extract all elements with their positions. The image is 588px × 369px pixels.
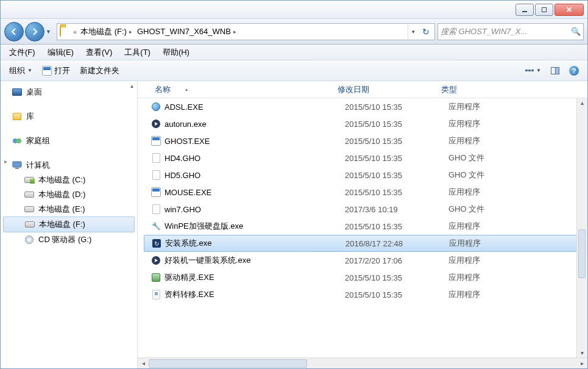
column-name[interactable]: 名称 ▴ (150, 82, 333, 98)
file-date: 2017/2/20 17:06 (345, 256, 448, 265)
file-row[interactable]: autorun.exe2015/5/10 15:35应用程序 (138, 115, 587, 132)
file-row[interactable]: 🔧WinPE加强硬盘版.exe2015/5/10 15:35应用程序 (138, 218, 587, 235)
tree-drive-g[interactable]: CD 驱动器 (G:) (1, 232, 137, 247)
menu-file[interactable]: 文件(F) (3, 45, 41, 60)
forward-button[interactable] (25, 22, 44, 41)
homegroup-icon (12, 136, 23, 146)
file-type: 应用程序 (448, 255, 522, 266)
menu-help[interactable]: 帮助(H) (157, 45, 196, 60)
file-row[interactable]: 驱动精灵.EXE2015/5/10 15:35应用程序 (138, 269, 587, 286)
file-row[interactable]: GHOST.EXE2015/5/10 15:35应用程序 (138, 132, 587, 149)
minimize-icon (522, 11, 527, 12)
search-input[interactable]: 搜索 GHOST_WIN7_X... 🔍 (437, 23, 584, 40)
menu-bar: 文件(F) 编辑(E) 查看(V) 工具(T) 帮助(H) (1, 45, 587, 60)
file-type: GHO 文件 (448, 170, 522, 181)
breadcrumb-prefix: « (73, 28, 77, 35)
breadcrumb-right: ▾ ↻ (408, 25, 434, 38)
tree-libraries[interactable]: 库 (1, 109, 137, 124)
file-type-icon (150, 152, 162, 163)
file-row[interactable]: HD4.GHO2015/5/10 15:35GHO 文件 (138, 149, 587, 167)
file-name: WinPE加强硬盘版.exe (165, 221, 345, 232)
tree-drive-c[interactable]: 本地磁盘 (C:) (1, 173, 137, 187)
file-row[interactable]: ↻安装系统.exe2016/8/17 22:48应用程序 (144, 235, 584, 252)
file-type-icon (150, 289, 162, 300)
file-name: MOUSE.EXE (165, 188, 345, 197)
file-date: 2015/5/10 15:35 (345, 188, 448, 197)
tree-drive-f[interactable]: 本地磁盘 (F:) (3, 217, 135, 232)
tree-desktop[interactable]: 桌面 (1, 85, 137, 99)
file-type: GHO 文件 (448, 152, 522, 163)
breadcrumb-seg-drive[interactable]: 本地磁盘 (F:)▸ (79, 25, 136, 38)
close-icon: ✕ (566, 5, 572, 14)
file-type: 应用程序 (448, 272, 522, 283)
search-icon[interactable]: 🔍 (571, 27, 581, 36)
file-list: ADSL.EXE2015/5/10 15:35应用程序autorun.exe20… (138, 98, 587, 357)
command-bar: 组织 ▼ 打开 新建文件夹 ▼ ? (1, 60, 587, 81)
file-name: HD4.GHO (165, 154, 345, 163)
scrollbar-thumb[interactable] (578, 229, 586, 278)
tree-drive-e[interactable]: 本地磁盘 (E:) (1, 202, 137, 217)
minimize-button[interactable] (515, 4, 534, 16)
scroll-up-icon[interactable]: ▴ (579, 98, 585, 107)
organize-button[interactable]: 组织 ▼ (4, 63, 37, 79)
file-row[interactable]: HD5.GHO2015/5/10 15:35GHO 文件 (138, 167, 587, 184)
navigation-bar: ▼ « 本地磁盘 (F:)▸ GHOST_WIN7_X64_WNB▸ ▾ ↻ 搜… (1, 19, 587, 45)
refresh-button[interactable]: ↻ (419, 27, 433, 37)
new-folder-button[interactable]: 新建文件夹 (75, 63, 124, 79)
tree-computer[interactable]: 计算机 (1, 158, 137, 173)
file-type: 应用程序 (448, 187, 522, 198)
file-row[interactable]: 资料转移.EXE2015/5/10 15:35应用程序 (138, 286, 587, 303)
breadcrumb-dropdown[interactable]: ▾ (408, 25, 419, 38)
menu-view[interactable]: 查看(V) (80, 45, 118, 60)
scrollbar-thumb[interactable] (149, 359, 307, 368)
column-type[interactable]: 类型 (436, 82, 509, 98)
history-dropdown[interactable]: ▼ (46, 29, 54, 35)
back-button[interactable] (4, 22, 24, 41)
vertical-scrollbar[interactable]: ▴ ▾ (576, 98, 587, 357)
scroll-right-icon[interactable]: ▸ (576, 360, 587, 367)
file-row[interactable]: ADSL.EXE2015/5/10 15:35应用程序 (138, 98, 587, 115)
views-button[interactable]: ▼ (520, 65, 546, 76)
scroll-left-icon[interactable]: ◂ (138, 360, 149, 367)
breadcrumb-seg-folder[interactable]: GHOST_WIN7_X64_WNB▸ (136, 26, 240, 37)
horizontal-scrollbar[interactable]: ◂ ▸ (138, 357, 587, 368)
menu-tools[interactable]: 工具(T) (118, 45, 157, 60)
open-button[interactable]: 打开 (37, 63, 75, 79)
libraries-icon (12, 112, 23, 121)
file-row[interactable]: MOUSE.EXE2015/5/10 15:35应用程序 (138, 184, 587, 201)
column-date[interactable]: 修改日期 (333, 82, 436, 98)
file-row[interactable]: 好装机一键重装系统.exe2017/2/20 17:06应用程序 (138, 252, 587, 269)
file-date: 2015/5/10 15:35 (345, 290, 448, 299)
file-type: GHO 文件 (448, 204, 522, 215)
file-date: 2015/5/10 15:35 (345, 154, 448, 163)
computer-icon (12, 160, 23, 170)
preview-pane-button[interactable] (546, 65, 564, 77)
help-icon: ? (569, 66, 579, 76)
maximize-button[interactable] (535, 4, 553, 16)
drive-icon (24, 204, 35, 214)
file-date: 2015/5/10 15:35 (345, 102, 448, 112)
file-type-icon (150, 272, 162, 283)
expand-toggle[interactable]: ▸ (4, 158, 12, 165)
scroll-up-icon[interactable]: ▴ (130, 82, 133, 89)
file-name: autorun.exe (165, 120, 345, 129)
explorer-window: ✕ ▼ « 本地磁盘 (F:)▸ GHOST_WIN7_X64_WNB▸ ▾ ↻… (0, 0, 588, 369)
arrow-right-icon (30, 27, 39, 36)
help-button[interactable]: ? (564, 63, 584, 78)
file-name: GHOST.EXE (165, 137, 345, 146)
menu-edit[interactable]: 编辑(E) (41, 45, 80, 60)
file-row[interactable]: win7.GHO2017/3/6 10:19GHO 文件 (138, 201, 587, 218)
scroll-down-icon[interactable]: ▾ (579, 348, 585, 357)
tree-drive-d[interactable]: 本地磁盘 (D:) (1, 187, 137, 202)
svg-rect-2 (13, 162, 21, 167)
file-name: 安装系统.exe (165, 238, 345, 249)
tree-homegroup[interactable]: 家庭组 (1, 134, 137, 148)
navigation-pane: ▴ 桌面 库 家庭组 (1, 81, 138, 368)
breadcrumb[interactable]: « 本地磁盘 (F:)▸ GHOST_WIN7_X64_WNB▸ ▾ ↻ (57, 23, 435, 40)
folder-icon (60, 27, 71, 37)
file-name: ADSL.EXE (165, 102, 345, 112)
close-button[interactable]: ✕ (554, 4, 584, 16)
preview-pane-icon (551, 67, 559, 74)
app-icon (42, 66, 52, 76)
chevron-right-icon: ▸ (233, 29, 236, 35)
